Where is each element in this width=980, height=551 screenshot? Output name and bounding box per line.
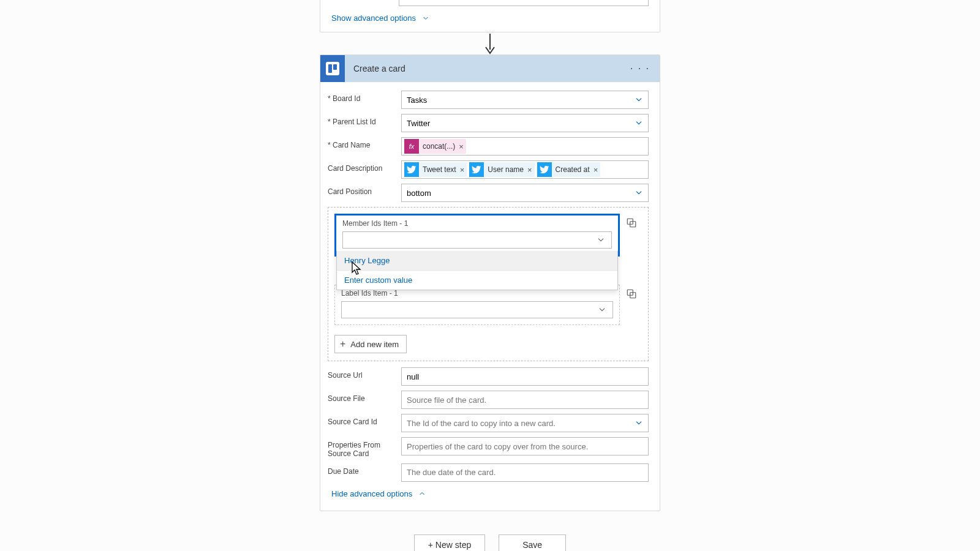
new-step-button[interactable]: + New step <box>414 534 485 551</box>
create-card-action: Create a card · · · * Board Id Tasks * P… <box>320 54 660 511</box>
fx-icon: fx <box>404 139 419 154</box>
due-date-input[interactable]: The due date of the card. <box>401 463 649 482</box>
source-url-input[interactable]: null <box>401 367 649 386</box>
chevron-down-icon <box>597 236 605 244</box>
trello-icon <box>320 55 345 82</box>
new-step-label: + New step <box>428 540 471 550</box>
remove-token-icon[interactable]: × <box>594 165 598 174</box>
props-from-source-input[interactable]: Properties of the card to copy over from… <box>401 437 649 455</box>
add-new-item-label: Add new item <box>350 340 399 349</box>
label-ids-select[interactable] <box>341 301 613 318</box>
source-url-value: null <box>407 372 419 381</box>
fx-token-label: concat(...) <box>423 142 455 151</box>
source-file-label: Source File <box>328 391 401 403</box>
save-button[interactable]: Save <box>499 534 566 551</box>
source-card-id-label: Source Card Id <box>328 414 401 426</box>
plus-icon: + <box>340 339 345 350</box>
show-advanced-label: Show advanced options <box>331 13 416 23</box>
props-from-source-label: Properties From Source Card <box>328 437 401 459</box>
card-description-label: Card Description <box>328 160 401 173</box>
action-title: Create a card <box>345 64 628 73</box>
source-file-input[interactable]: Source file of the card. <box>401 391 649 409</box>
props-from-source-placeholder: Properties of the card to copy over from… <box>407 442 588 451</box>
action-menu-button[interactable]: · · · <box>628 63 652 74</box>
dynamic-content-icon[interactable] <box>626 217 637 228</box>
token-user-name[interactable]: User name × <box>469 162 534 177</box>
remove-token-icon[interactable]: × <box>527 165 532 174</box>
chevron-down-icon <box>635 96 643 104</box>
label-ids-item: Label Ids Item - 1 <box>334 285 620 325</box>
dynamic-content-icon[interactable] <box>626 288 637 299</box>
show-advanced-link[interactable]: Show advanced options <box>331 13 429 23</box>
chevron-down-icon <box>422 15 429 22</box>
chevron-down-icon <box>635 419 643 427</box>
card-position-value: bottom <box>407 189 431 198</box>
chevron-down-icon <box>635 119 643 127</box>
chevron-down-icon <box>635 189 643 197</box>
member-ids-label: Member Ids Item - 1 <box>342 219 612 228</box>
dynamic-items-group: Member Ids Item - 1 Henry Legge Enter cu… <box>328 207 649 361</box>
twitter-icon <box>404 162 419 177</box>
card-position-label: Card Position <box>328 184 401 196</box>
board-id-value: Tasks <box>407 96 427 105</box>
parent-list-id-value: Twitter <box>407 119 430 128</box>
due-date-placeholder: The due date of the card. <box>407 468 496 477</box>
previous-action-stub: Show advanced options <box>320 0 660 32</box>
hide-advanced-label: Hide advanced options <box>331 489 412 498</box>
token-label: Tweet text <box>423 165 456 174</box>
stub-input <box>399 0 649 6</box>
flow-arrow <box>320 32 660 54</box>
dropdown-option-henry-legge[interactable]: Henry Legge <box>337 251 617 270</box>
parent-list-id-label: * Parent List Id <box>328 114 401 126</box>
card-name-label: * Card Name <box>328 137 401 149</box>
card-name-input[interactable]: fx concat(...) × <box>401 137 649 156</box>
source-card-id-placeholder: The Id of the card to copy into a new ca… <box>407 419 556 428</box>
hide-advanced-link[interactable]: Hide advanced options <box>328 487 426 507</box>
twitter-icon <box>537 162 552 177</box>
label-ids-label: Label Ids Item - 1 <box>341 289 613 298</box>
token-label: Created at <box>556 165 590 174</box>
remove-token-icon[interactable]: × <box>459 142 464 151</box>
save-label: Save <box>522 540 542 550</box>
parent-list-id-select[interactable]: Twitter <box>401 114 649 132</box>
source-file-placeholder: Source file of the card. <box>407 395 486 405</box>
member-ids-dropdown: Henry Legge Enter custom value <box>336 251 618 290</box>
card-position-select[interactable]: bottom <box>401 184 649 202</box>
member-ids-select[interactable] <box>342 231 612 249</box>
dropdown-option-custom-value[interactable]: Enter custom value <box>337 271 617 290</box>
fx-token-concat[interactable]: fx concat(...) × <box>404 139 466 154</box>
remove-token-icon[interactable]: × <box>460 165 465 174</box>
token-label: User name <box>488 165 524 174</box>
footer-actions: + New step Save <box>320 534 660 551</box>
token-created-at[interactable]: Created at × <box>537 162 601 177</box>
source-url-label: Source Url <box>328 367 401 380</box>
dropdown-option-label: Henry Legge <box>344 256 390 265</box>
add-new-item-button[interactable]: + Add new item <box>334 335 407 353</box>
dropdown-option-label: Enter custom value <box>344 276 412 285</box>
board-id-select[interactable]: Tasks <box>401 91 649 109</box>
twitter-icon <box>469 162 484 177</box>
card-description-input[interactable]: Tweet text × User name × Created at × <box>401 160 649 179</box>
member-ids-item: Member Ids Item - 1 Henry Legge Enter cu… <box>334 214 620 257</box>
action-header[interactable]: Create a card · · · <box>320 55 660 82</box>
source-card-id-select[interactable]: The Id of the card to copy into a new ca… <box>401 414 649 432</box>
due-date-label: Due Date <box>328 463 401 476</box>
board-id-label: * Board Id <box>328 91 401 103</box>
token-tweet-text[interactable]: Tweet text × <box>404 162 467 177</box>
chevron-up-icon <box>418 490 426 497</box>
chevron-down-icon <box>598 305 606 314</box>
